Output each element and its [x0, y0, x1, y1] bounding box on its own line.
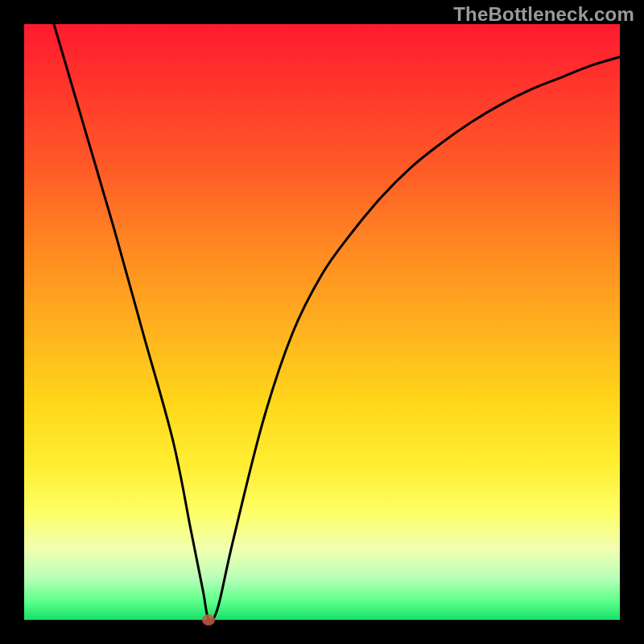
plot-area [24, 24, 620, 620]
optimum-marker [202, 614, 215, 625]
chart-frame: TheBottleneck.com [0, 0, 644, 644]
curve-path [54, 24, 620, 621]
bottleneck-curve [24, 24, 620, 620]
watermark-text: TheBottleneck.com [453, 3, 634, 26]
